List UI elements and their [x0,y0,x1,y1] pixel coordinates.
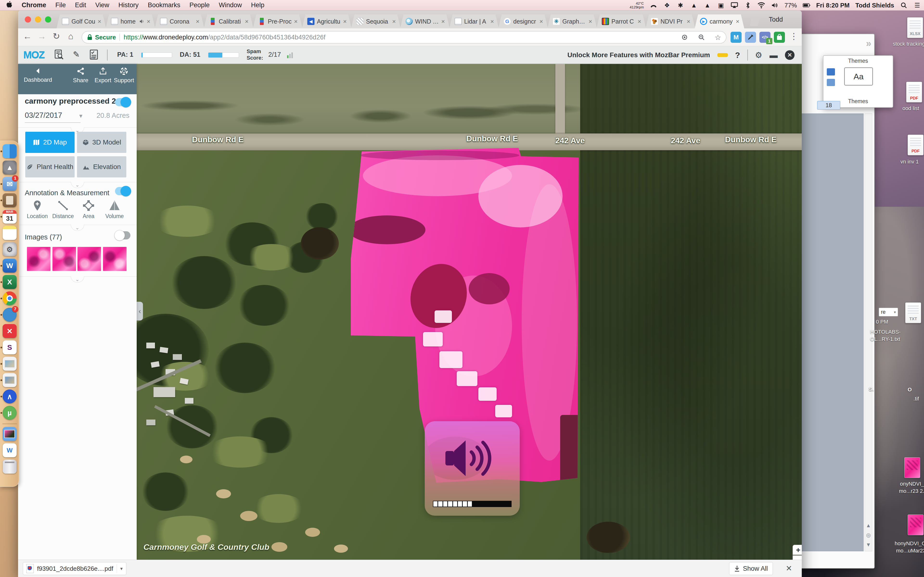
dock-calendar-icon[interactable]: MAR 31 [3,210,16,224]
tab-graphics[interactable]: ✳ Graphics × [548,15,597,28]
istat-temp-fan[interactable]: 42°C4129rpm [630,2,644,9]
distance-tool[interactable]: Distance [51,200,75,219]
image-thumbnail-3[interactable] [78,247,101,271]
tab-preproc[interactable]: Pre-Proc × [253,15,302,28]
close-window-button[interactable] [25,16,31,23]
show-all-downloads-button[interactable]: Show All [729,562,773,575]
tab-close-icon[interactable]: × [736,18,740,25]
zoom-out-button[interactable]: − [793,555,802,560]
collapse-section-icon[interactable]: ⌄ [71,276,84,282]
dock-utorrent-icon[interactable]: µ [3,406,16,420]
scroll-up-icon[interactable]: ▲ [865,521,872,530]
tab-close-icon[interactable]: × [147,18,150,25]
download-options-caret-icon[interactable]: ▾ [120,566,123,572]
downloads-bar-close-icon[interactable]: ✕ [786,564,792,573]
dock-contacts-icon[interactable] [3,193,16,207]
map-canvas[interactable]: Dunbow Rd E Dunbow Rd E 242 Ave 242 Ave … [137,64,802,560]
mozbar-pause-icon[interactable]: ▬ [769,50,778,60]
expand-chevron-icon[interactable]: » [866,38,871,49]
tab-close-icon[interactable]: × [490,18,494,25]
wifi-icon[interactable] [758,2,765,9]
tab-parrot[interactable]: Parrot C × [596,15,646,28]
dock-thunderbird-icon[interactable]: 7 [3,308,16,322]
tab-close-icon[interactable]: × [98,18,101,25]
menu-bookmarks[interactable]: Bookmarks [148,2,180,9]
background-document-window[interactable]: » ▲ ◎ ▼ [792,34,875,569]
dock-system-preferences-icon[interactable]: ⚙ [3,242,16,256]
menu-window[interactable]: Window [219,2,242,9]
dock-notes-icon[interactable] [3,226,16,240]
desktop-file-label-2[interactable]: mo...r23 2.tif [899,488,924,494]
new-tab-button[interactable] [750,17,760,26]
date-caret-icon[interactable]: ▼ [78,113,84,119]
volume-tool[interactable]: Volume [102,200,126,219]
desktop-file-label[interactable]: onyNDVI_O [900,481,924,487]
layer-toggle-on[interactable] [115,98,131,106]
menu-file[interactable]: File [55,2,66,9]
spotlight-search-icon[interactable] [900,2,908,9]
support-button[interactable]: Support [114,67,134,84]
tab-audio-icon[interactable] [140,19,144,24]
tab-close-icon[interactable]: × [196,18,199,25]
chrome-menu-icon[interactable]: ⋮ [788,31,800,41]
home-icon[interactable]: ⌂ [65,31,77,41]
image-thumbnail-4[interactable] [103,247,126,271]
desktop-file-pdf-2[interactable]: PDF [908,135,924,155]
mozbar-settings-gear-icon[interactable]: ⚙ [755,50,762,60]
mozbar-extension-icon[interactable]: M [730,32,741,43]
google-drive-icon[interactable]: ▲ [690,2,698,9]
tab-close-icon[interactable]: × [540,18,543,25]
dock-photo-viewer-2-icon[interactable] [3,373,16,387]
desktop-file-tif-1[interactable] [904,457,920,478]
dock-word-icon[interactable]: W [3,259,16,272]
tab-close-icon[interactable]: × [687,18,690,25]
collapse-section-icon[interactable]: ⌄ [71,224,84,231]
desktop-file-xlsx[interactable]: XLSX [907,17,923,38]
tab-close-icon[interactable]: × [343,18,347,25]
zoom-in-button[interactable]: + [793,545,802,555]
desktop-file-label-2[interactable]: mo...uMar23 [896,548,924,554]
dock-red-x-app-icon[interactable]: ✕ [3,324,16,338]
tab-close-icon[interactable]: × [245,18,249,25]
menu-history[interactable]: History [118,2,139,9]
themes-panel[interactable]: Themes Aa Themes [823,55,893,108]
dock-documents-stack-icon[interactable]: W [3,443,16,457]
fast-user-switch[interactable]: Todd Shields [855,2,894,9]
export-button[interactable]: Export [95,67,111,84]
desktop-file-label[interactable]: vn inv 1 [897,159,923,165]
highlight-pencil-icon[interactable]: ✎ [73,50,80,59]
dock-downloads-stack-icon[interactable] [3,427,16,441]
menu-chrome[interactable]: Chrome [22,2,46,9]
tab-golf[interactable]: Golf Cou × [57,15,106,28]
notification-center-icon[interactable]: ☰ [913,2,921,9]
images-toggle-off[interactable] [115,231,131,239]
dock-nordvpn-icon[interactable]: ∧ [3,390,16,403]
image-thumbnail-1[interactable] [27,247,50,271]
page-analysis-icon[interactable] [54,50,64,62]
plant-health-button[interactable]: Plant Health [25,156,74,177]
desktop-file-pdf-1[interactable]: PDF [906,82,922,102]
desktop-file-tif-2[interactable] [908,514,924,535]
volume-icon[interactable] [771,2,779,9]
desktop-file-label[interactable]: stock tracking [893,41,924,47]
desktop-file-label[interactable]: honyNDVI_O [895,540,924,547]
view-2d-map-button[interactable]: 2D Map [25,132,74,153]
moz-logo[interactable]: MOZ [23,49,44,61]
desktop-file-label[interactable]: HOTOLABS- [870,329,901,335]
tab-calibration[interactable]: Calibrati × [204,15,254,28]
zoom-window-button[interactable] [45,16,51,23]
airplay-display-icon[interactable] [730,2,738,9]
image-thumbnail-2[interactable] [52,247,76,271]
area-tool[interactable]: Area [76,200,100,219]
reload-icon[interactable]: ↻ [50,31,62,41]
tab-carmony-active[interactable]: ▸ carmony × [695,15,744,28]
dropbox-icon[interactable]: ❖ [663,2,671,9]
annotation-toggle-on[interactable] [115,187,131,195]
desktop-file-label[interactable]: ood list [898,105,924,111]
scroll-ball-icon[interactable]: ◎ [865,530,872,540]
dock-mail-icon[interactable]: ✉1 [3,177,16,191]
shopping-bag-extension-icon[interactable] [774,32,785,43]
forward-icon[interactable]: → [36,31,48,41]
keyword-checklist-icon[interactable]: KW [89,50,99,62]
battery-icon[interactable] [803,2,811,9]
